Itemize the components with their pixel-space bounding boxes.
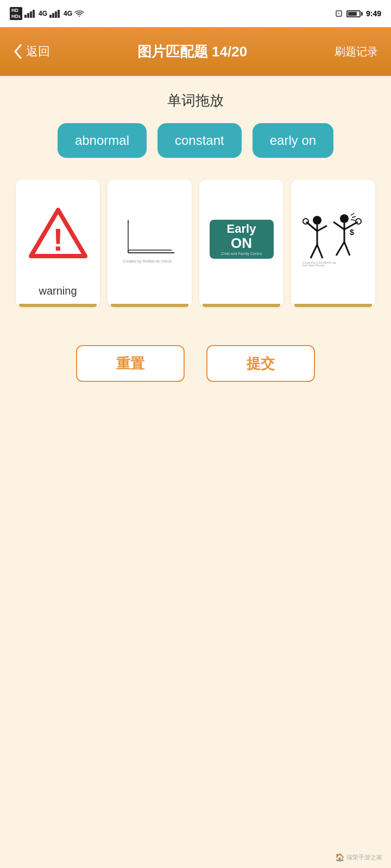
svg-rect-1 [27,13,29,18]
card-graph-image: Created by Robbie de Clerck from Noun Pr… [111,185,188,293]
early-on-subtitle: Child and Family Centre [221,252,262,256]
card-warning-image: ! [19,185,97,280]
graph-icon: Created by Robbie de Clerck from Noun Pr… [120,215,180,264]
svg-point-17 [313,216,321,225]
chip-abnormal[interactable]: abnormal [58,123,147,158]
svg-rect-3 [33,10,35,18]
wifi-icon [74,10,84,17]
battery-icon [346,10,363,17]
header: 返回 图片匹配题 14/20 刷题记录 [0,27,391,76]
back-icon [13,44,23,59]
cards-grid: ! warning Created by Robbie de Clerck [0,174,391,323]
hd-badge: HDHD₂ [10,7,22,20]
status-left: HDHD₂ 4G 4G [10,7,84,20]
section-title: 单词拖放 [0,76,391,123]
svg-point-24 [340,214,349,223]
status-right: 9:49 [335,9,381,18]
card-warning-label: warning [39,280,77,303]
status-bar: HDHD₂ 4G 4G [0,0,391,27]
time-display: 9:49 [366,9,381,18]
svg-line-29 [344,242,350,256]
svg-rect-6 [55,11,57,18]
content: 单词拖放 abnormal constant early on ! [0,76,391,868]
early-text: Early [227,222,256,235]
svg-text:$: $ [350,228,354,237]
svg-line-9 [338,13,339,14]
home-icon: 🏠 [335,853,344,861]
action-buttons: 重置 提交 [0,323,391,398]
submit-button[interactable]: 提交 [206,345,315,382]
warning-triangle-icon: ! [28,207,88,259]
svg-rect-0 [24,15,27,18]
card-earlyon[interactable]: Early ON Child and Family Centre [199,180,283,307]
signal-icon [24,9,36,18]
svg-point-23 [303,219,308,224]
card-graph[interactable]: Created by Robbie de Clerck from Noun Pr… [108,180,192,307]
svg-line-34 [351,220,355,220]
card-stickfig-image: $ Created by Crea Allocin Lay from Noun … [294,185,372,293]
4g-label: 4G [39,10,47,17]
early-on-logo: Early ON Child and Family Centre [210,220,274,259]
4g-label2: 4G [64,10,72,17]
signal-icon2 [49,9,61,18]
stick-figures-icon: $ Created by Crea Allocin Lay from Noun … [301,212,366,266]
card-earlyon-bar [203,304,280,307]
card-earlyon-image: Early ON Child and Family Centre [203,185,280,293]
svg-rect-7 [58,10,60,18]
svg-text:!: ! [53,222,63,257]
watermark-text: 瑞荣手游之家 [346,853,382,861]
card-stickfig[interactable]: $ Created by Crea Allocin Lay from Noun … [291,180,375,307]
card-graph-bar [111,304,188,307]
word-chips-container: abnormal constant early on [0,123,391,174]
back-button[interactable]: 返回 [13,43,50,60]
on-text: ON [231,236,252,250]
svg-rect-2 [30,11,32,18]
back-label: 返回 [26,43,50,60]
card-stickfig-bar [294,304,372,307]
svg-line-20 [317,226,327,231]
record-button[interactable]: 刷题记录 [335,44,378,59]
svg-rect-4 [49,15,52,18]
card-warning[interactable]: ! warning [16,180,100,307]
svg-line-21 [311,245,317,258]
svg-line-26 [333,222,344,229]
svg-line-28 [336,242,344,256]
card-warning-bar [19,304,97,307]
rotation-icon [335,9,343,18]
footer-watermark: 🏠 瑞荣手游之家 [335,853,382,861]
chip-constant[interactable]: constant [157,123,242,158]
page-title: 图片匹配题 14/20 [137,42,247,61]
svg-text:from Noun Project: from Noun Project [302,264,325,266]
svg-point-30 [356,219,361,224]
svg-line-32 [351,213,354,215]
svg-text:from Noun Project: from Noun Project [123,263,153,264]
svg-line-22 [317,245,323,258]
svg-rect-5 [52,13,54,18]
reset-button[interactable]: 重置 [76,345,185,382]
svg-line-33 [352,216,356,218]
chip-early-on[interactable]: early on [253,123,333,158]
